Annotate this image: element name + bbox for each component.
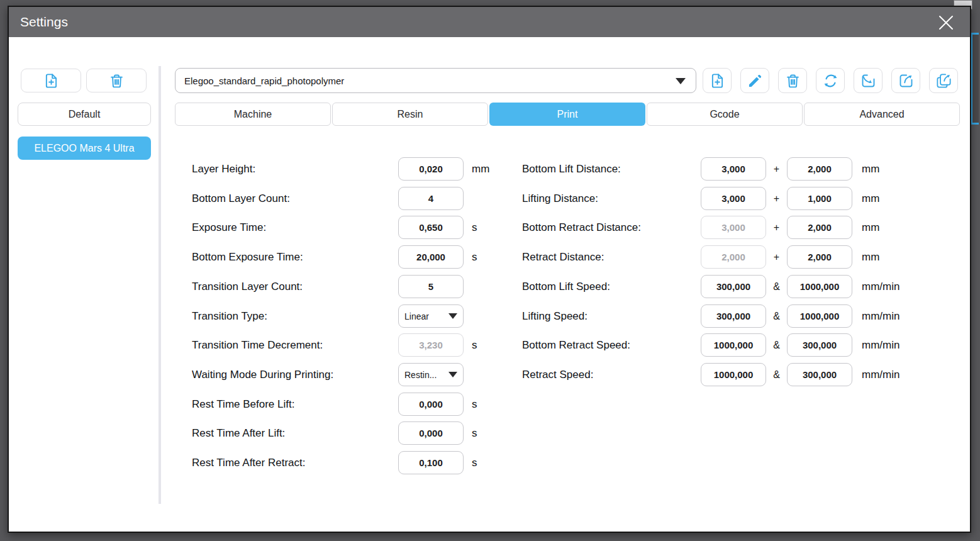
field-input-rest-time-before-lift[interactable]: 0,000	[398, 393, 464, 416]
field-input-secondary-bottom-lift-distance[interactable]: 2,000	[787, 157, 852, 181]
field-input-secondary-bottom-retract-speed[interactable]: 300,000	[787, 333, 852, 357]
form-row-retract-distance: Retract Distance:2,000+2,000mm	[9, 245, 970, 269]
field-label: Retract Speed:	[522, 363, 593, 386]
pencil-icon	[747, 72, 764, 89]
trash-icon	[108, 72, 125, 89]
field-label: Lifting Speed:	[522, 304, 587, 328]
form-row-retract-speed: Retract Speed:1000,000&300,000mm/min	[9, 363, 970, 386]
add-profile-button[interactable]	[703, 68, 732, 93]
field-separator: &	[766, 363, 787, 386]
form-row-rest-time-after-lift: Rest Time After Lift:0,000s	[9, 421, 970, 445]
field-separator: &	[766, 275, 787, 298]
field-input-primary-bottom-retract-speed[interactable]: 1000,000	[701, 333, 766, 357]
import-icon	[860, 72, 877, 89]
field-unit: mm	[862, 157, 879, 181]
add-printer-button[interactable]	[21, 69, 81, 92]
dialog-title: Settings	[20, 7, 68, 37]
resin-profile-selected-value: Elegoo_standard_rapid_photopolymer	[184, 75, 344, 86]
field-unit: mm/min	[862, 275, 899, 298]
field-separator: &	[766, 304, 787, 328]
export-all-icon	[935, 72, 952, 89]
field-input-primary-bottom-lift-speed[interactable]: 300,000	[701, 275, 766, 298]
import-profile-button[interactable]	[854, 68, 883, 93]
field-label: Rest Time After Lift:	[192, 421, 285, 445]
form-row-lifting-speed: Lifting Speed:300,000&1000,000mm/min	[9, 304, 970, 328]
field-unit: mm	[862, 216, 879, 239]
dialog-titlebar: Settings	[9, 7, 970, 37]
close-icon	[936, 13, 956, 33]
form-row-lifting-distance: Lifting Distance:3,000+1,000mm	[9, 187, 970, 210]
sidebar-profile-default[interactable]: Default	[18, 103, 151, 126]
tab-gcode[interactable]: Gcode	[647, 103, 803, 126]
field-label: Bottom Lift Distance:	[522, 157, 621, 181]
field-separator: +	[766, 216, 787, 239]
field-input-rest-time-after-retract[interactable]: 0,100	[398, 451, 464, 474]
field-input-rest-time-after-lift[interactable]: 0,000	[398, 421, 464, 445]
field-label: Lifting Distance:	[522, 187, 598, 210]
field-input-primary-retract-distance[interactable]: 2,000	[701, 245, 766, 269]
refresh-icon	[822, 72, 839, 89]
close-button[interactable]	[935, 11, 957, 34]
form-row-rest-time-after-retract: Rest Time After Retract:0,100s	[9, 451, 970, 474]
field-input-secondary-retract-speed[interactable]: 300,000	[787, 363, 852, 386]
reset-profile-button[interactable]	[816, 68, 845, 93]
field-separator: &	[766, 333, 787, 357]
settings-dialog: Settings DefaultELEGOO Mars 4 Ultra Eleg…	[8, 6, 971, 533]
export-profile-button[interactable]	[891, 68, 920, 93]
tab-resin[interactable]: Resin	[332, 103, 488, 126]
field-label: Rest Time After Retract:	[192, 451, 305, 474]
field-input-primary-retract-speed[interactable]: 1000,000	[701, 363, 766, 386]
tab-machine[interactable]: Machine	[175, 103, 331, 126]
field-unit: s	[472, 393, 477, 416]
field-unit: s	[472, 451, 477, 474]
field-input-primary-lifting-speed[interactable]: 300,000	[701, 304, 766, 328]
background-window-fragment	[971, 33, 979, 125]
sidebar-profile-elegoo-mars-4-ultra[interactable]: ELEGOO Mars 4 Ultra	[18, 137, 151, 160]
field-separator: +	[766, 245, 787, 269]
field-input-secondary-retract-distance[interactable]: 2,000	[787, 245, 852, 269]
export-all-profiles-button[interactable]	[929, 68, 958, 93]
form-row-bottom-retract-speed: Bottom Retract Speed:1000,000&300,000mm/…	[9, 333, 970, 357]
field-unit: mm	[862, 187, 879, 210]
form-row-bottom-lift-distance: Bottom Lift Distance:3,000+2,000mm	[9, 157, 970, 181]
field-input-primary-bottom-lift-distance[interactable]: 3,000	[701, 157, 766, 181]
field-separator: +	[766, 187, 787, 210]
field-label: Bottom Retract Speed:	[522, 333, 630, 357]
field-unit: s	[472, 421, 477, 445]
field-input-secondary-lifting-speed[interactable]: 1000,000	[787, 304, 852, 328]
field-label: Rest Time Before Lift:	[192, 393, 294, 416]
delete-printer-button[interactable]	[86, 69, 147, 92]
tab-print[interactable]: Print	[489, 103, 645, 126]
field-label: Bottom Retract Distance:	[522, 216, 641, 239]
export-icon	[898, 72, 915, 89]
chevron-down-icon	[676, 78, 686, 84]
field-input-secondary-lifting-distance[interactable]: 1,000	[787, 187, 852, 210]
field-label: Bottom Lift Speed:	[522, 275, 610, 298]
form-row-rest-time-before-lift: Rest Time Before Lift:0,000s	[9, 393, 970, 416]
field-input-secondary-bottom-retract-distance[interactable]: 2,000	[787, 216, 852, 239]
field-unit: mm/min	[862, 363, 899, 386]
form-row-bottom-retract-distance: Bottom Retract Distance:3,000+2,000mm	[9, 216, 970, 239]
resin-profile-select[interactable]: Elegoo_standard_rapid_photopolymer	[175, 68, 696, 93]
field-input-primary-lifting-distance[interactable]: 3,000	[701, 187, 766, 210]
field-separator: +	[766, 157, 787, 181]
field-unit: mm/min	[862, 304, 899, 328]
rename-profile-button[interactable]	[740, 68, 769, 93]
tab-advanced[interactable]: Advanced	[804, 103, 960, 126]
dialog-content: DefaultELEGOO Mars 4 Ultra Elegoo_standa…	[9, 37, 970, 532]
delete-profile-button[interactable]	[778, 68, 807, 93]
field-input-primary-bottom-retract-distance[interactable]: 3,000	[701, 216, 766, 239]
field-unit: mm	[862, 245, 879, 269]
field-label: Retract Distance:	[522, 245, 604, 269]
field-unit: mm/min	[862, 333, 899, 357]
file-plus-icon	[709, 72, 726, 89]
file-plus-icon	[43, 72, 60, 89]
form-row-bottom-lift-speed: Bottom Lift Speed:300,000&1000,000mm/min	[9, 275, 970, 298]
field-input-secondary-bottom-lift-speed[interactable]: 1000,000	[787, 275, 852, 298]
trash-icon	[784, 72, 801, 89]
